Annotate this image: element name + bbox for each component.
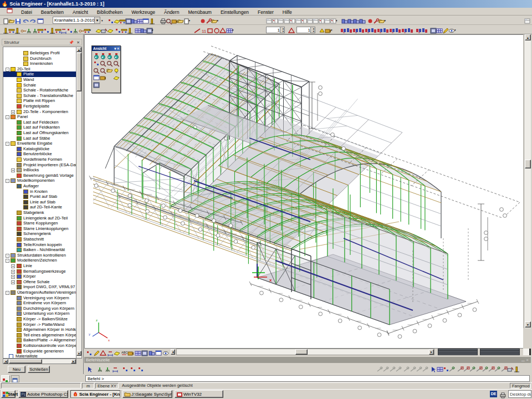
svg-text:ABC: ABC (121, 351, 127, 354)
svg-text:Ps: Ps (22, 392, 26, 396)
svg-text:11: 11 (202, 29, 207, 34)
svg-text:x: x (108, 339, 110, 342)
svg-text:z: z (96, 319, 98, 322)
svg-text:y: y (89, 332, 90, 336)
svg-text:x: x (269, 278, 272, 283)
